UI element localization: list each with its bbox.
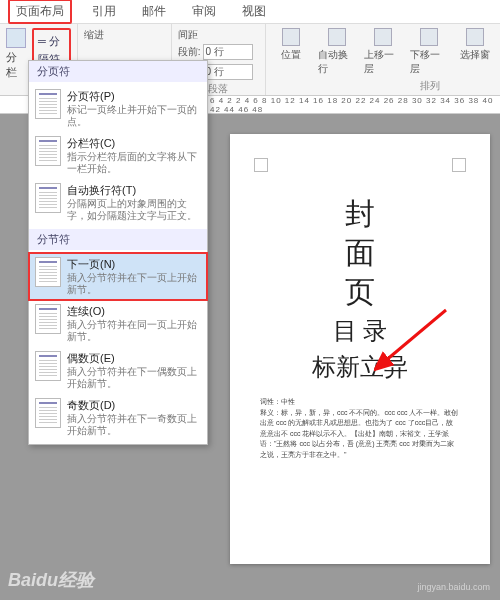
dropdown-section-page-breaks: 分页符 <box>29 61 207 82</box>
dropdown-section-section-breaks: 分节符 <box>29 229 207 250</box>
columns-button[interactable]: 分栏 <box>6 28 26 80</box>
doc-title-line4: 目 录 <box>260 315 460 347</box>
doc-title-line3: 页 <box>260 272 460 311</box>
wrap-icon <box>328 28 346 46</box>
indent-title: 缩进 <box>84 28 165 42</box>
position-icon <box>282 28 300 46</box>
ribbon-body: 分栏 ═ 分隔符 ▾ 缩进 间距 段前: 0 行 段后: 0 行 段落 位置 自… <box>0 24 500 96</box>
next-page-icon <box>35 257 61 287</box>
tab-mailings[interactable]: 邮件 <box>136 1 172 22</box>
doc-title-line1: 封 <box>260 194 460 233</box>
tab-view[interactable]: 视图 <box>236 1 272 22</box>
margin-corner-icon <box>254 158 268 172</box>
forward-icon <box>374 28 392 46</box>
arrange-group-label: 排列 <box>420 79 440 93</box>
odd-page-icon <box>35 398 61 428</box>
margin-corner-icon <box>452 158 466 172</box>
spacing-before-label: 段前: <box>178 45 201 59</box>
page-break-icon <box>35 89 61 119</box>
menu-continuous[interactable]: 连续(O)插入分节符并在同一页上开始新节。 <box>29 300 207 347</box>
bring-forward-button[interactable]: 上移一层 <box>364 28 402 91</box>
wrap-text-button[interactable]: 自动换行 <box>318 28 356 91</box>
selection-icon <box>466 28 484 46</box>
menu-column-break[interactable]: 分栏符(C)指示分栏符后面的文字将从下一栏开始。 <box>29 132 207 179</box>
tab-references[interactable]: 引用 <box>86 1 122 22</box>
even-page-icon <box>35 351 61 381</box>
group-arrange: 位置 自动换行 上移一层 下移一层 选择窗 <box>266 24 500 95</box>
backward-icon <box>420 28 438 46</box>
spacing-after-input[interactable]: 0 行 <box>203 64 253 80</box>
columns-label: 分栏 <box>6 50 26 80</box>
columns-icon <box>6 28 26 48</box>
doc-title-line2: 面 <box>260 233 460 272</box>
spacing-title: 间距 <box>178 28 259 42</box>
tab-page-layout[interactable]: 页面布局 <box>8 0 72 24</box>
spacing-before-input[interactable]: 0 行 <box>203 44 253 60</box>
doc-body-text: 释义：标，异，新，异，ccc 不不同的。ccc ccc 人不一样。敢创出意 cc… <box>260 408 460 461</box>
breaks-dropdown: 分页符 分页符(P)标记一页终止并开始下一页的点。 分栏符(C)指示分栏符后面的… <box>28 60 208 445</box>
doc-title-line5: 标新立异 <box>260 351 460 383</box>
text-wrap-icon <box>35 183 61 213</box>
menu-odd-page[interactable]: 奇数页(D)插入分节符并在下一奇数页上开始新节。 <box>29 394 207 441</box>
tab-review[interactable]: 审阅 <box>186 1 222 22</box>
menu-page-break[interactable]: 分页符(P)标记一页终止并开始下一页的点。 <box>29 85 207 132</box>
menu-next-page[interactable]: 下一页(N)插入分节符并在下一页上开始新节。 <box>29 253 207 300</box>
menu-text-wrapping[interactable]: 自动换行符(T)分隔网页上的对象周围的文字，如分隔题注文字与正文。 <box>29 179 207 226</box>
selection-pane-button[interactable]: 选择窗 <box>456 28 494 91</box>
column-break-icon <box>35 136 61 166</box>
document-page[interactable]: 封 面 页 目 录 标新立异 词性：中性 释义：标，异，新，异，ccc 不不同的… <box>230 134 490 564</box>
ribbon-tabs: 页面布局 引用 邮件 审阅 视图 <box>0 0 500 24</box>
doc-byline: 词性：中性 <box>260 397 460 408</box>
continuous-icon <box>35 304 61 334</box>
menu-even-page[interactable]: 偶数页(E)插入分节符并在下一偶数页上开始新节。 <box>29 347 207 394</box>
position-button[interactable]: 位置 <box>272 28 310 91</box>
